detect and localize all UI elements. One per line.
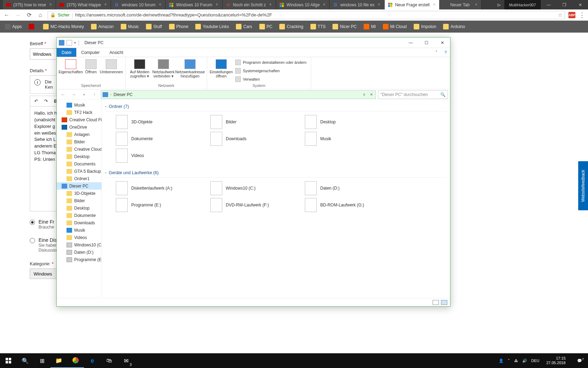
ribbon-systemeigenschaften-button[interactable]: Systemeigenschaften xyxy=(234,67,308,75)
content-item[interactable]: Videos xyxy=(116,148,203,163)
ribbon-verwalten-button[interactable]: Verwalten xyxy=(234,75,308,83)
tab-close-icon[interactable]: × xyxy=(377,2,382,7)
new-tab-button[interactable]: ⊳ xyxy=(494,0,504,9)
view-icons-button[interactable] xyxy=(441,300,447,305)
tab-close-icon[interactable]: × xyxy=(474,2,478,7)
nav-item[interactable]: GTA 5 Backup Sa xyxy=(57,168,102,175)
browser-menu-button[interactable]: ⋮ xyxy=(579,11,585,19)
qat-save-icon[interactable] xyxy=(66,40,72,46)
content-item[interactable]: Downloads xyxy=(210,131,298,146)
nav-item[interactable]: Programme (E:) xyxy=(57,256,102,263)
browser-tab[interactable]: Gwindows 10 forum× xyxy=(111,0,166,9)
bookmark-item[interactable]: Mi Cloud xyxy=(381,23,409,30)
tab-close-icon[interactable]: × xyxy=(268,2,273,7)
browser-tab[interactable]: Windows 10 Allge× xyxy=(276,0,330,9)
nav-item[interactable]: Ordner1 xyxy=(57,175,102,182)
ribbon-umbenennen-button[interactable]: Umbenennen xyxy=(100,58,122,74)
explorer-minimize-button[interactable]: — xyxy=(403,38,419,48)
content-item[interactable]: Dokumente xyxy=(116,131,203,146)
bookmark-item[interactable]: Cars xyxy=(234,23,254,30)
bookmark-item[interactable]: Youtube Links xyxy=(193,23,231,30)
view-details-button[interactable] xyxy=(433,300,439,305)
content-item[interactable]: Windows10 (C:) xyxy=(210,180,298,196)
bookmark-item[interactable]: Music xyxy=(119,23,141,30)
bookmark-item[interactable]: Nicer PC xyxy=(330,23,359,30)
nav-back-button[interactable]: ← xyxy=(59,90,67,99)
content-item[interactable]: Musik xyxy=(305,131,392,146)
explorer-content[interactable]: Ordner (7) 3D-ObjekteBilderDesktopDokume… xyxy=(102,100,450,298)
breadcrumb[interactable]: Dieser PC xyxy=(113,92,133,97)
taskbar-store-button[interactable]: 🛍 xyxy=(101,353,118,368)
tray-up-icon[interactable]: ˄ xyxy=(508,359,510,363)
undo-button[interactable]: ↶ xyxy=(31,97,41,105)
adblock-extension-icon[interactable]: ABP xyxy=(568,12,575,18)
ribbon-netzadresse-button[interactable]: Netzwerkadresse hinzufügen xyxy=(176,58,204,78)
nav-item[interactable]: Downloads xyxy=(57,219,102,226)
browser-tab[interactable]: ✉Noch ein Schritt z× xyxy=(223,0,276,9)
nav-forward-button[interactable]: → xyxy=(69,90,78,99)
back-button[interactable]: ← xyxy=(3,11,10,19)
os-minimize-button[interactable]: — xyxy=(541,0,556,9)
ribbon-oeffnen-button[interactable]: Öffnen xyxy=(83,58,99,74)
action-center-button[interactable]: 💬7 xyxy=(573,359,587,363)
nav-item[interactable]: Creative Cloud Fil xyxy=(57,116,102,123)
bookmark-item[interactable]: Impoton xyxy=(412,23,438,30)
nav-item[interactable]: Bilder xyxy=(57,197,102,204)
nav-recent-button[interactable]: ▾ xyxy=(80,90,88,99)
os-maximize-button[interactable]: ❐ xyxy=(556,0,572,9)
bookmark-item[interactable]: Apps xyxy=(3,23,24,30)
bookmark-item[interactable] xyxy=(27,23,38,30)
qat-dropdown-icon[interactable]: ▾ xyxy=(74,41,76,45)
browser-tab[interactable]: (375) What Happe× xyxy=(56,0,111,9)
nav-item[interactable]: Bilder xyxy=(57,138,102,145)
ribbon-tab-computer[interactable]: Computer xyxy=(76,48,105,57)
nav-item[interactable]: Desktop xyxy=(57,153,102,160)
browser-tab[interactable]: Neue Frage erstell× xyxy=(385,0,440,9)
content-item[interactable]: Diskettenlaufwerk (A:) xyxy=(116,180,203,196)
ribbon-netzlaufwerk-button[interactable]: Netzlaufwerk verbinden ▾ xyxy=(152,58,175,78)
content-item[interactable]: BD-ROM-Laufwerk (G:) xyxy=(305,197,392,213)
ribbon-tab-file[interactable]: Datei xyxy=(57,48,76,57)
address-bar[interactable]: 🔒 Sicher | https://answers.microsoft.com… xyxy=(48,11,565,19)
address-clear-icon[interactable]: ✕ xyxy=(369,93,374,96)
nav-item[interactable]: Dieser PC xyxy=(57,182,102,190)
ribbon-eigenschaften-button[interactable]: Eigenschaften xyxy=(59,58,82,74)
browser-tab[interactable]: Windows 10 Forum× xyxy=(166,0,222,9)
tab-close-icon[interactable]: × xyxy=(103,2,108,7)
redo-button[interactable]: ↷ xyxy=(41,97,50,105)
explorer-maximize-button[interactable]: ☐ xyxy=(419,38,434,48)
content-item[interactable]: Daten (D:) xyxy=(305,180,392,196)
explorer-search-input[interactable]: "Dieser PC" durchsuchen 🔍 xyxy=(378,90,448,99)
taskbar-edge-button[interactable]: e xyxy=(84,353,101,368)
os-close-button[interactable]: ✕ xyxy=(572,0,588,9)
explorer-address-bar[interactable]: › Dieser PC v ✕ xyxy=(101,90,376,99)
nav-item[interactable]: Musik xyxy=(57,226,102,234)
browser-tab[interactable]: Neuer Tab× xyxy=(440,0,482,9)
nav-item[interactable]: TF2 Hack xyxy=(57,109,102,116)
browser-tab[interactable]: (375) how to rese× xyxy=(3,0,56,9)
browser-tab[interactable]: Gwindows 10 file ex× xyxy=(330,0,384,9)
tab-close-icon[interactable]: × xyxy=(432,2,436,7)
nav-item[interactable]: Windows10 (C:) xyxy=(57,241,102,248)
bookmark-item[interactable]: Cracking xyxy=(277,23,305,30)
ribbon-deinstallieren-button[interactable]: Programm deinstallieren oder ändern xyxy=(234,59,308,66)
bookmark-item[interactable]: PC xyxy=(257,23,275,30)
volume-icon[interactable]: 🔊 xyxy=(522,359,527,363)
bookmark-item[interactable]: TTS xyxy=(308,23,328,30)
nav-item[interactable]: Documents xyxy=(57,160,102,168)
bookmark-item[interactable]: MI xyxy=(362,23,378,30)
nav-item[interactable]: OneDrive xyxy=(57,123,102,131)
start-button[interactable] xyxy=(0,353,17,368)
forward-button[interactable]: → xyxy=(14,11,22,19)
navigation-pane[interactable]: MusikTF2 HackCreative Cloud FilOneDriveA… xyxy=(57,100,102,298)
content-item[interactable]: Programme (E:) xyxy=(116,197,203,213)
language-indicator[interactable]: DEU xyxy=(531,359,539,363)
ribbon-collapse-button[interactable]: ˄ xyxy=(432,48,441,57)
nav-item[interactable]: Desktop xyxy=(57,204,102,212)
network-icon[interactable]: 🖧 xyxy=(514,359,518,363)
feedback-tab[interactable]: Websitefeedback xyxy=(578,161,588,210)
taskbar-mail-button[interactable]: ✉3 xyxy=(118,353,134,368)
bookmark-item[interactable]: Stuff xyxy=(144,23,164,30)
tab-close-icon[interactable]: × xyxy=(48,2,53,7)
people-icon[interactable]: 👤 xyxy=(499,359,504,363)
